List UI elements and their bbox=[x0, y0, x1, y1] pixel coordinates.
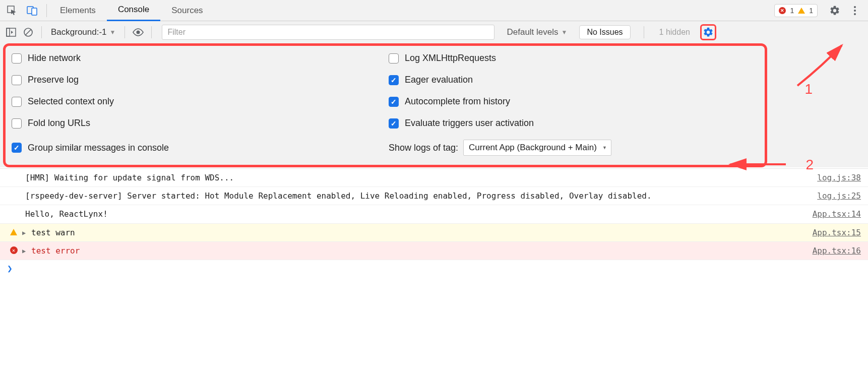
divider bbox=[46, 4, 47, 17]
setting-label: Fold long URLs bbox=[28, 118, 90, 129]
checkbox-icon bbox=[12, 53, 22, 64]
console-toolbar: Background:-1 ▼ Filter Default levels ▼ … bbox=[0, 21, 868, 43]
log-source-link[interactable]: App.tsx:16 bbox=[813, 244, 861, 258]
tag-value: Current App (Background + Main) bbox=[469, 143, 597, 153]
chevron-down-icon: ▼ bbox=[110, 29, 116, 36]
setting-eager-eval[interactable]: Eager evaluation bbox=[389, 75, 762, 85]
divider bbox=[41, 26, 42, 38]
console-log-list: [HMR] Waiting for update signal from WDS… bbox=[0, 168, 868, 260]
setting-label: Log XMLHttpRequests bbox=[405, 53, 496, 64]
console-prompt[interactable]: ❯ bbox=[0, 260, 868, 277]
checkbox-icon bbox=[389, 75, 399, 85]
setting-label: Group similar messages in console bbox=[28, 143, 169, 153]
setting-label: Evaluate triggers user activation bbox=[405, 118, 534, 129]
issues-button[interactable]: No Issues bbox=[579, 25, 630, 39]
context-label: Background:-1 bbox=[51, 27, 107, 37]
context-selector[interactable]: Background:-1 ▼ bbox=[49, 27, 117, 37]
error-count: 1 bbox=[790, 7, 794, 15]
setting-show-logs-tag: Show logs of tag: Current App (Backgroun… bbox=[389, 140, 762, 156]
filter-placeholder: Filter bbox=[167, 28, 185, 37]
levels-label: Default levels bbox=[507, 27, 558, 37]
checkbox-icon bbox=[12, 75, 22, 85]
more-menu-icon[interactable] bbox=[849, 5, 861, 17]
setting-label: Eager evaluation bbox=[405, 75, 473, 85]
annotation-arrow-1 bbox=[782, 40, 848, 91]
svg-point-7 bbox=[137, 31, 140, 34]
setting-label: Selected context only bbox=[28, 96, 114, 107]
divider bbox=[151, 26, 152, 38]
setting-hide-network[interactable]: Hide network bbox=[12, 53, 385, 64]
divider bbox=[125, 26, 125, 38]
setting-fold-urls[interactable]: Fold long URLs bbox=[12, 118, 385, 129]
setting-label: Preserve log bbox=[28, 75, 79, 85]
tab-console[interactable]: Console bbox=[107, 0, 160, 21]
expand-icon[interactable]: ▶ bbox=[22, 246, 26, 256]
log-source-link[interactable]: App.tsx:14 bbox=[813, 207, 861, 221]
error-icon: ✕ bbox=[9, 246, 18, 255]
filter-input[interactable]: Filter bbox=[162, 25, 494, 40]
checkbox-icon bbox=[12, 97, 22, 107]
console-settings-panel: Hide network Log XMLHttpRequests Preserv… bbox=[3, 43, 767, 167]
error-icon: ✕ bbox=[779, 7, 786, 14]
setting-selected-context[interactable]: Selected context only bbox=[12, 96, 385, 107]
svg-rect-4 bbox=[7, 28, 10, 36]
setting-eval-user-activation[interactable]: Evaluate triggers user activation bbox=[389, 118, 762, 129]
setting-label: Autocomplete from history bbox=[405, 96, 510, 107]
svg-line-6 bbox=[26, 30, 31, 35]
log-row-warn[interactable]: ▶ test warn App.tsx:15 bbox=[0, 224, 868, 242]
log-source-link[interactable]: App.tsx:15 bbox=[813, 226, 861, 239]
warning-icon bbox=[9, 228, 18, 237]
log-row[interactable]: [HMR] Waiting for update signal from WDS… bbox=[0, 169, 868, 187]
setting-group-similar[interactable]: Group similar messages in console bbox=[12, 140, 385, 156]
checkbox-icon bbox=[389, 97, 399, 107]
console-settings-gear-icon[interactable] bbox=[700, 24, 716, 40]
hidden-count[interactable]: 1 hidden bbox=[659, 28, 690, 37]
log-row[interactable]: Hello, ReactLynx! App.tsx:14 bbox=[0, 205, 868, 223]
prompt-icon: ❯ bbox=[7, 263, 13, 274]
tag-label: Show logs of tag: bbox=[389, 143, 458, 153]
clear-console-icon[interactable] bbox=[22, 26, 34, 38]
device-toggle-icon[interactable] bbox=[26, 5, 38, 17]
log-levels-selector[interactable]: Default levels ▼ bbox=[507, 27, 567, 37]
setting-label: Hide network bbox=[28, 53, 81, 64]
toggle-sidebar-icon[interactable] bbox=[5, 26, 17, 38]
svg-rect-2 bbox=[32, 8, 37, 15]
annotation-label-1: 1 bbox=[804, 81, 813, 97]
tag-select[interactable]: Current App (Background + Main) bbox=[463, 140, 611, 156]
tab-elements[interactable]: Elements bbox=[49, 0, 107, 21]
tab-sources[interactable]: Sources bbox=[160, 0, 214, 21]
console-settings-area: Hide network Log XMLHttpRequests Preserv… bbox=[0, 43, 868, 167]
log-message: test warn bbox=[31, 226, 802, 239]
log-message: Hello, ReactLynx! bbox=[25, 207, 802, 221]
log-message: [HMR] Waiting for update signal from WDS… bbox=[25, 171, 807, 184]
expand-icon[interactable]: ▶ bbox=[22, 228, 26, 238]
warning-count: 1 bbox=[809, 7, 813, 15]
chevron-down-icon: ▼ bbox=[562, 29, 568, 36]
devtools-tabbar: Elements Console Sources ✕ 1 1 bbox=[0, 0, 868, 21]
log-source-link[interactable]: log.js:38 bbox=[817, 171, 861, 184]
checkbox-icon bbox=[12, 143, 22, 153]
divider bbox=[644, 26, 644, 38]
setting-preserve-log[interactable]: Preserve log bbox=[12, 75, 385, 85]
live-expression-icon[interactable] bbox=[132, 26, 144, 38]
warning-icon bbox=[798, 8, 805, 14]
setting-log-xhr[interactable]: Log XMLHttpRequests bbox=[389, 53, 762, 64]
checkbox-icon bbox=[389, 118, 399, 129]
devtools-settings-icon[interactable] bbox=[829, 5, 841, 17]
log-message: test error bbox=[31, 244, 802, 258]
checkbox-icon bbox=[389, 53, 399, 64]
status-badge[interactable]: ✕ 1 1 bbox=[774, 4, 818, 17]
log-message: [rspeedy-dev-server] Server started: Hot… bbox=[25, 189, 807, 203]
log-source-link[interactable]: log.js:25 bbox=[817, 189, 861, 203]
log-row-error[interactable]: ✕ ▶ test error App.tsx:16 bbox=[0, 242, 868, 260]
setting-autocomplete-history[interactable]: Autocomplete from history bbox=[389, 96, 762, 107]
inspect-icon[interactable] bbox=[6, 5, 18, 17]
checkbox-icon bbox=[12, 118, 22, 129]
log-row[interactable]: [rspeedy-dev-server] Server started: Hot… bbox=[0, 187, 868, 205]
